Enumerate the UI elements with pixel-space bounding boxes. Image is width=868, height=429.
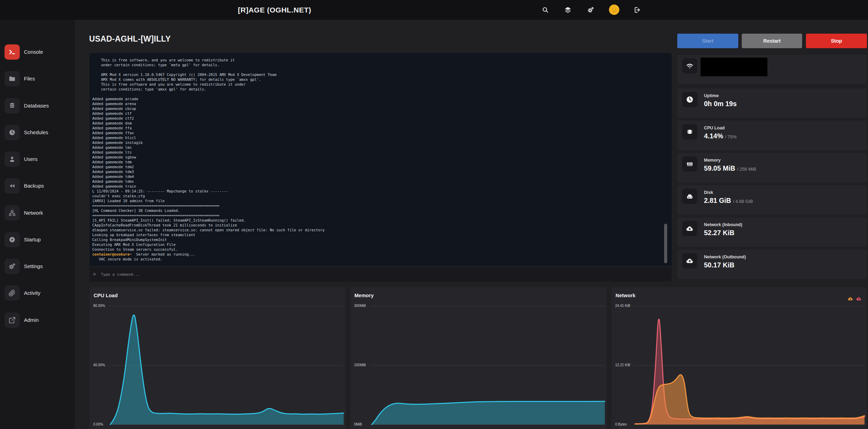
stat-title: Network (Inbound) — [704, 222, 742, 227]
console-line: Added gamemode arena — [92, 101, 661, 106]
console-line: under certain conditions; type `meta gpl… — [92, 62, 661, 67]
restart-button[interactable]: Restart — [742, 34, 802, 48]
stat-value: 50.17 KiB — [704, 261, 734, 269]
sidebar: Console Files Databases Schedules — [0, 20, 75, 429]
console-line: This is free software, and you are welco… — [92, 58, 661, 62]
sidebar-item-admin[interactable]: Admin — [0, 312, 75, 328]
console-line: AMX Mod X comes with ABSOLUTELY NO WARRA… — [92, 77, 661, 82]
gears-icon[interactable] — [584, 3, 597, 16]
sidebar-item-network[interactable]: Network — [0, 205, 75, 221]
sidebar-item-label: Activity — [24, 285, 41, 301]
disk-card: Disk 2.81 GiB / 4.88 GiB — [677, 185, 867, 215]
ram-icon — [682, 156, 697, 172]
stop-button[interactable]: Stop — [806, 34, 867, 48]
console-line: certain conditions; type 'amxx gpl' for … — [92, 87, 661, 92]
prompt-icon: » — [93, 267, 96, 282]
redacted-address — [701, 58, 767, 76]
console-line: Executing AMX Mod X Configuration File — [92, 242, 661, 247]
cloud-upload-icon[interactable] — [856, 296, 862, 302]
sidebar-item-activity[interactable]: Activity — [0, 285, 75, 301]
sidebar-item-label: Databases — [24, 98, 49, 113]
network-plot — [635, 306, 865, 424]
console-line: L 11/09/2024 - 09:14:25: -------- Mapcha… — [92, 189, 661, 194]
stat-title: Uptime — [704, 93, 719, 98]
layers-icon[interactable] — [561, 3, 574, 16]
console-line: ========================================… — [92, 213, 661, 218]
chart-title: Network — [616, 293, 635, 298]
console-line: Added gamemode tdm4 — [92, 174, 661, 179]
cloud-download-icon[interactable] — [848, 296, 853, 302]
axis-tick-label: 150MiB — [354, 363, 366, 367]
sidebar-item-schedules[interactable]: Schedules — [0, 125, 75, 140]
console-line: Added gamemode train — [92, 184, 661, 189]
rewind-icon — [5, 178, 20, 194]
uptime-card: Uptime 0h 0m 19s — [677, 88, 867, 118]
database-icon — [5, 98, 20, 113]
start-button[interactable]: Start — [677, 34, 738, 48]
play-icon — [5, 232, 20, 247]
console-line: AMX Mod X version 1.10.0.5467 Copyright … — [92, 72, 661, 77]
stat-value: 0h 0m 19s — [704, 100, 737, 108]
sidebar-item-backups[interactable]: Backups — [0, 178, 75, 194]
cpu-chip-icon — [682, 124, 697, 139]
sidebar-item-startup[interactable]: Startup — [0, 232, 75, 247]
stat-value: 59.05 MiB / 256 MiB — [704, 164, 756, 172]
console-line: Added gamemode ctf — [92, 111, 661, 116]
console-line: CAppInfoCacheReadFromDiskThread took 21 … — [92, 223, 661, 228]
stat-title: Memory — [704, 158, 721, 163]
external-link-icon — [5, 312, 20, 328]
console-line: couldn't exec stalkx.cfg — [92, 194, 661, 198]
stat-title: CPU Load — [704, 126, 725, 130]
search-icon[interactable] — [539, 3, 551, 16]
sidebar-item-settings[interactable]: Settings — [0, 259, 75, 274]
sidebar-item-databases[interactable]: Databases — [0, 98, 75, 113]
network-inbound-card: Network (Inbound) 52.27 KiB — [677, 217, 867, 247]
console-line: [AMXX] Loaded 10 admins from file — [92, 198, 661, 203]
console-line: Added gamemode sgbow — [92, 155, 661, 160]
sidebar-item-files[interactable]: Files — [0, 71, 75, 86]
console-line: Added gamemode instagib — [92, 140, 661, 145]
sidebar-item-label: Network — [24, 205, 43, 221]
console-output[interactable]: This is free software, and you are welco… — [89, 53, 672, 266]
axis-tick-label: 300MiB — [354, 304, 366, 308]
sidebar-item-console[interactable]: Console — [0, 44, 75, 60]
command-input[interactable] — [101, 267, 656, 282]
stat-value: 4.14% / 75% — [704, 132, 737, 140]
stat-value: 2.81 GiB / 4.88 GiB — [704, 197, 753, 205]
sidebar-item-label: Admin — [24, 312, 39, 328]
console-line: container@nookure~ Server marked as runn… — [92, 252, 661, 257]
clock-icon — [5, 125, 20, 140]
grid-line — [634, 424, 865, 425]
avatar[interactable] — [609, 5, 619, 15]
console-scrollbar[interactable] — [664, 224, 667, 263]
network-icon — [5, 205, 20, 221]
console-line: Connection to Steam servers successful. — [92, 247, 661, 252]
topbar: [R]AGE (OGHL.NET) — [0, 0, 868, 20]
stat-limit: / 4.88 GiB — [733, 199, 753, 204]
console-line — [92, 92, 661, 96]
logout-icon[interactable] — [631, 3, 643, 16]
cloud-download-icon — [682, 221, 697, 236]
console-line: Added gamemode lms — [92, 145, 661, 150]
app-title: [R]AGE (OGHL.NET) — [238, 0, 311, 20]
console-line: This is free software and you are welcom… — [92, 82, 661, 87]
console-line: Added gamemode tdm3 — [92, 169, 661, 174]
grid-line — [109, 424, 344, 425]
sidebar-item-users[interactable]: Users — [0, 152, 75, 167]
user-icon — [5, 152, 20, 167]
server-name: USAD-AGHL-[W]ILLY — [89, 34, 171, 44]
sidebar-item-label: Schedules — [24, 125, 48, 140]
wifi-icon — [682, 58, 697, 74]
sidebar-item-label: Settings — [24, 259, 43, 274]
network-chart: Network 24.41 KiB12.21 KiB0 Bytes — [611, 287, 867, 429]
axis-tick-label: 0.00% — [93, 422, 103, 426]
stat-limit: / 75% — [725, 134, 737, 139]
hard-drive-icon — [682, 189, 697, 204]
cpu-load-area — [110, 315, 344, 424]
stat-value: 52.27 KiB — [704, 229, 734, 237]
cpu-load-chart: CPU Load 80.00%40.00%0.00% — [89, 287, 346, 429]
memory-used-area — [372, 401, 605, 424]
grid-line — [370, 424, 605, 425]
paperclip-icon — [5, 285, 20, 301]
stat-limit: / 256 MiB — [737, 166, 756, 172]
